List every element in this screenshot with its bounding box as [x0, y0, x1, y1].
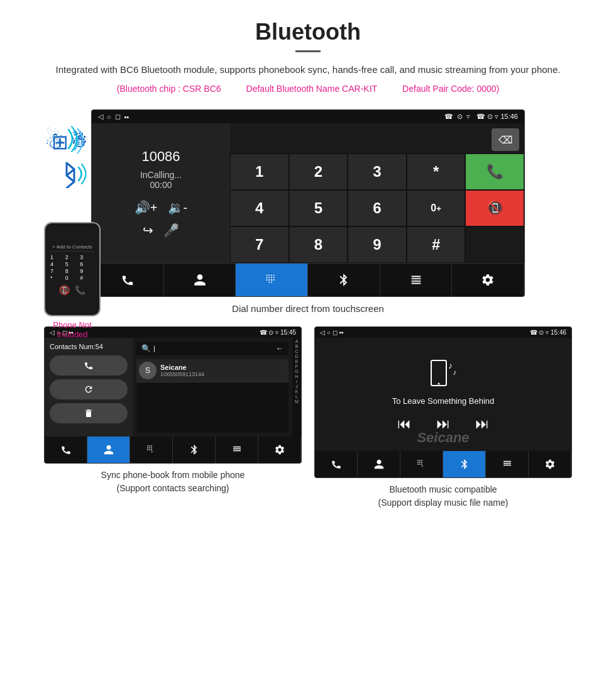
num-0plus-button[interactable]: 0+ — [407, 190, 466, 226]
alpha-a[interactable]: A — [295, 339, 299, 343]
spec-chips: (Bluetooth chip : CSR BC6 Default Blueto… — [38, 84, 578, 94]
contacts-status-right: ☎ ⊙ ▿ 15:45 — [260, 329, 296, 336]
music-phone-icon: ♪ ♪ — [426, 357, 461, 389]
search-back-icon: ← — [276, 344, 283, 353]
contacts-nav-call[interactable] — [45, 437, 87, 463]
dial-status-bar: ◁ ○ ◻ ▪▪ ☎ ⊙ ▿ ☎ ⊙ ▿ 15:46 — [92, 110, 524, 123]
contact-item[interactable]: S Seicane 10655059113144 — [136, 359, 289, 382]
music-nav-settings[interactable] — [529, 451, 571, 477]
alpha-d[interactable]: D — [295, 354, 298, 359]
contacts-count: Contacts Num:54 — [50, 343, 128, 350]
music-nav-contacts[interactable] — [358, 451, 400, 477]
alpha-m[interactable]: M — [295, 399, 299, 404]
alpha-k[interactable]: K — [295, 389, 299, 394]
call-button[interactable]: 📞 — [465, 153, 524, 190]
contacts-screen: ◁ ○ ◻ ▪▪ ☎ ⊙ ▿ 15:45 Contacts Num:54 — [44, 326, 302, 464]
time-display: ☎ ⊙ ▿ 15:46 — [476, 113, 518, 121]
num-4-button[interactable]: 4 — [230, 190, 289, 226]
music-caption: Bluetooth music compatible(Support displ… — [314, 483, 572, 510]
dial-bottom-nav — [92, 263, 524, 296]
location-icon: ⊙ — [457, 113, 463, 121]
contacts-refresh-btn[interactable] — [50, 379, 128, 399]
numpad-row-1: 1 2 3 * 📞 — [230, 153, 524, 190]
empty-btn — [465, 226, 524, 263]
music-nav-bluetooth[interactable] — [443, 451, 486, 477]
music-song-title: To Leave Something Behind — [392, 396, 495, 406]
numpad-top-row: ⌫ — [230, 123, 524, 153]
dial-body: 10086 InCalling... 00:00 🔊+ 🔉- ↪ 🎤 ⌫ — [92, 123, 524, 263]
num-5-button[interactable]: 5 — [289, 190, 348, 226]
volume-down-icon[interactable]: 🔉- — [168, 200, 188, 215]
numpad-row-2: 4 5 6 0+ 📵 — [230, 190, 524, 226]
volume-up-icon[interactable]: 🔊+ — [135, 200, 158, 215]
music-graphic: ♪ ♪ — [426, 357, 461, 389]
mic-icon[interactable]: 🎤 — [163, 223, 179, 238]
contacts-nav-settings[interactable] — [258, 437, 301, 463]
wifi-icon: ▿ — [466, 113, 470, 121]
music-bottom-nav — [315, 451, 571, 477]
alpha-j[interactable]: J — [295, 384, 298, 389]
main-screenshot-area: ☃ ⊞ ☃ — [0, 109, 616, 297]
search-icon: 🔍 — [141, 344, 151, 353]
alpha-g[interactable]: G — [295, 369, 298, 374]
alpha-f[interactable]: F — [295, 364, 298, 369]
contacts-nav-dialpad[interactable] — [130, 437, 173, 463]
num-8-button[interactable]: 8 — [289, 226, 348, 263]
nav-dialpad[interactable] — [236, 264, 308, 296]
status-right-icons: ☎ ⊙ ▿ ☎ ⊙ ▿ 15:46 — [444, 113, 518, 121]
nav-settings[interactable] — [452, 264, 524, 296]
num-3-button[interactable]: 3 — [348, 153, 407, 190]
contact-info: Seicane 10655059113144 — [160, 364, 204, 377]
music-nav-transfer[interactable] — [486, 451, 529, 477]
alpha-l[interactable]: L — [295, 394, 298, 399]
nav-transfer[interactable] — [380, 264, 453, 296]
num-7-button[interactable]: 7 — [230, 226, 289, 263]
next-track-button[interactable]: ⏭ — [475, 416, 489, 432]
contacts-nav-contacts[interactable] — [87, 437, 130, 463]
music-nav-dialpad[interactable] — [400, 451, 443, 477]
bottom-screenshots-section: ◁ ○ ◻ ▪▪ ☎ ⊙ ▿ 15:45 Contacts Num:54 — [0, 326, 616, 510]
dial-extra-controls: ↪ 🎤 — [143, 223, 179, 238]
svg-text:♪: ♪ — [448, 360, 453, 370]
contact-number: 10655059113144 — [160, 371, 204, 377]
svg-text:♪: ♪ — [453, 368, 456, 377]
alpha-c[interactable]: C — [295, 349, 298, 354]
num-6-button[interactable]: 6 — [348, 190, 407, 226]
svg-point-2 — [437, 382, 439, 384]
svg-text:☃: ☃ — [44, 127, 64, 153]
contacts-caption: Sync phone-book from mobile phone(Suppor… — [44, 469, 302, 495]
dial-numpad: ⌫ 1 2 3 * 📞 4 5 6 0+ 📵 — [230, 123, 524, 263]
dial-status-text: InCalling... — [140, 170, 182, 180]
chip-3: Default Pair Code: 0000) — [402, 84, 499, 94]
num-hash-button[interactable]: # — [407, 226, 466, 263]
alpha-h[interactable]: H — [295, 374, 298, 379]
alphabet-scroll-bar[interactable]: A B C D E F G H I J K L M — [292, 338, 301, 437]
num-1-button[interactable]: 1 — [230, 153, 289, 190]
music-nav-icons: ◁ ○ ◻ ▪▪ — [320, 329, 343, 336]
contacts-search-bar[interactable]: 🔍 | ← — [136, 342, 289, 355]
backspace-button[interactable]: ⌫ — [492, 128, 519, 151]
alpha-b[interactable]: B — [295, 344, 299, 348]
nav-contacts[interactable] — [164, 264, 236, 296]
prev-track-button[interactable]: ⏮ — [397, 416, 411, 432]
num-9-button[interactable]: 9 — [348, 226, 407, 263]
numpad-row-3: 7 8 9 # — [230, 226, 524, 263]
recents-icon: ◻ — [115, 113, 121, 121]
nav-bluetooth[interactable] — [308, 264, 380, 296]
contacts-nav-bluetooth[interactable] — [173, 437, 216, 463]
num-star-button[interactable]: * — [407, 153, 466, 190]
contacts-delete-btn[interactable] — [50, 403, 128, 423]
phone-not-included-label: Phone Not Included — [38, 320, 107, 339]
music-nav-call[interactable] — [315, 451, 358, 477]
alpha-i[interactable]: I — [296, 379, 297, 384]
call-icon: ☎ — [444, 113, 453, 121]
dial-android-screen: ◁ ○ ◻ ▪▪ ☎ ⊙ ▿ ☎ ⊙ ▿ 15:46 10086 InCalli… — [91, 109, 525, 297]
dial-number-display: 10086 — [141, 148, 180, 165]
transfer-icon[interactable]: ↪ — [143, 223, 153, 238]
contact-avatar: S — [139, 362, 157, 379]
end-call-button[interactable]: 📵 — [465, 190, 524, 226]
contacts-nav-transfer[interactable] — [216, 437, 258, 463]
contacts-call-btn[interactable] — [50, 355, 128, 376]
alpha-e[interactable]: E — [295, 359, 299, 364]
num-2-button[interactable]: 2 — [289, 153, 348, 190]
